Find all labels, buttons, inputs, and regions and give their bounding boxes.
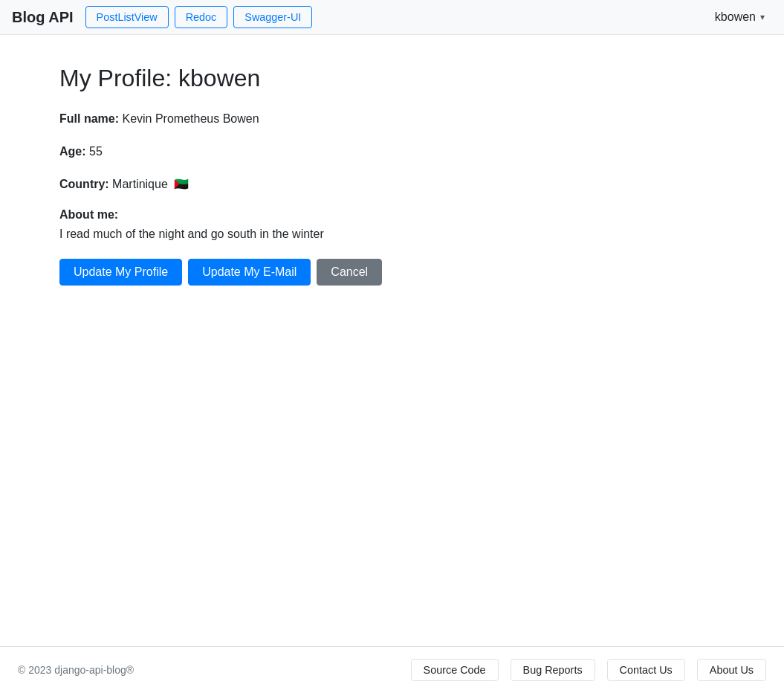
navbar-brand[interactable]: Blog API <box>12 9 74 26</box>
nav-redoc[interactable]: Redoc <box>175 6 228 28</box>
user-dropdown[interactable]: kbowen ▾ <box>707 6 772 28</box>
full-name-label: Full name: <box>59 112 119 125</box>
full-name-field: Full name: Kevin Prometheus Bowen <box>59 110 725 128</box>
navbar-left: Blog API PostListView Redoc Swagger-UI <box>12 6 312 28</box>
cancel-button[interactable]: Cancel <box>317 259 382 286</box>
age-text: 55 <box>89 145 103 158</box>
update-profile-button[interactable]: Update My Profile <box>59 259 182 286</box>
navbar: Blog API PostListView Redoc Swagger-UI k… <box>0 0 784 35</box>
age-field: Age: 55 <box>59 143 725 161</box>
footer-bug-reports[interactable]: Bug Reports <box>511 659 595 681</box>
footer-links: Source Code Bug Reports Contact Us About… <box>411 659 766 681</box>
footer: © 2023 django-api-blog® Source Code Bug … <box>0 646 784 693</box>
about-me-text: I read much of the night and go south in… <box>59 228 725 241</box>
chevron-down-icon: ▾ <box>760 12 765 22</box>
age-label: Age: <box>59 145 86 158</box>
action-buttons: Update My Profile Update My E-Mail Cance… <box>59 259 725 286</box>
footer-contact-us[interactable]: Contact Us <box>607 659 685 681</box>
nav-postlistview[interactable]: PostListView <box>85 6 169 28</box>
footer-source-code[interactable]: Source Code <box>411 659 499 681</box>
country-label: Country: <box>59 178 109 190</box>
nav-swagger-ui[interactable]: Swagger-UI <box>233 6 312 28</box>
country-text: Martinique <box>112 178 168 190</box>
page-title: My Profile: kbowen <box>59 65 725 92</box>
full-name-text: Kevin Prometheus Bowen <box>122 112 259 125</box>
about-me-label: About me: <box>59 208 725 222</box>
footer-about-us[interactable]: About Us <box>697 659 766 681</box>
footer-copyright: © 2023 django-api-blog® <box>18 664 134 676</box>
main-content: My Profile: kbowen Full name: Kevin Prom… <box>0 35 784 646</box>
about-me-section: About me: I read much of the night and g… <box>59 208 725 241</box>
country-field: Country: Martinique 🇲🇶 <box>59 175 725 193</box>
navbar-right: kbowen ▾ <box>707 6 772 28</box>
country-flag-icon: 🇲🇶 <box>174 175 189 193</box>
username-label: kbowen <box>715 10 756 24</box>
update-email-button[interactable]: Update My E-Mail <box>188 259 311 286</box>
